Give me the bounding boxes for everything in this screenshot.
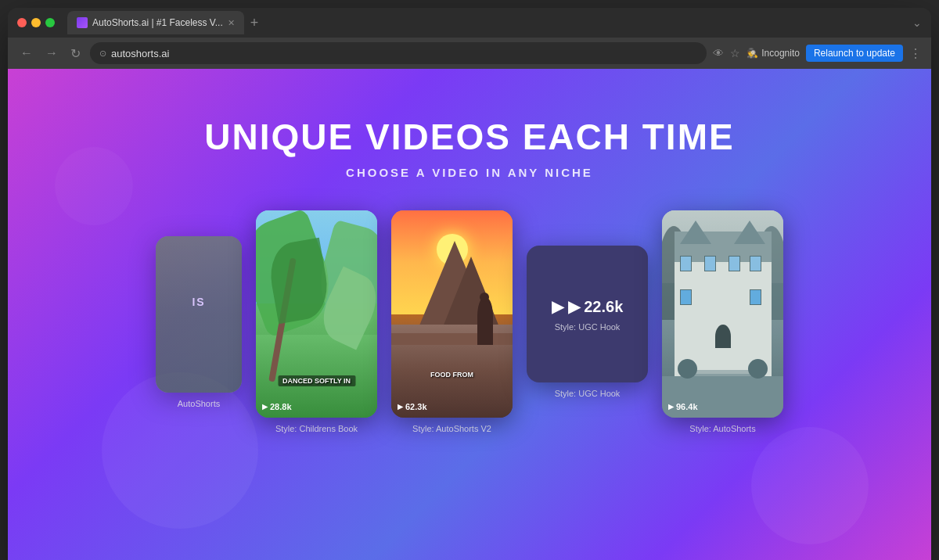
traffic-lights	[17, 18, 55, 27]
play-icon-5: ▶	[668, 403, 674, 411]
card2-stats: ▶ 28.8k	[262, 402, 292, 411]
card5-style-label: Style: AutoShorts	[689, 424, 755, 433]
hero-title: UNIQUE VIDEOS EACH TIME	[204, 116, 734, 158]
card-wrapper-2: DANCED SOFTLY IN ▶ 28.8k Style: Children…	[256, 210, 377, 433]
eye-off-icon[interactable]: 👁	[713, 47, 724, 59]
hero-subtitle: CHOOSE A VIDEO IN ANY NICHE	[204, 166, 734, 179]
incognito-icon: 🕵	[747, 48, 758, 59]
card5-stats: ▶ 96.4k	[668, 402, 698, 411]
video-card-3[interactable]: FOOD FROM ▶ 62.3k	[391, 210, 513, 418]
card3-caption: FOOD FROM	[430, 371, 473, 379]
browser-titlebar: AutoShorts.ai | #1 Faceless V... ✕ + ⌄	[8, 8, 931, 38]
ugc-style-inner: Style: UGC Hook	[555, 322, 621, 332]
play-icon-2: ▶	[262, 403, 268, 411]
maximize-button[interactable]	[45, 18, 55, 27]
play-icon-3: ▶	[398, 403, 403, 411]
ugc-play-icon: ▶	[552, 297, 563, 316]
browser-window: AutoShorts.ai | #1 Faceless V... ✕ + ⌄ ←…	[8, 8, 931, 560]
url-display: autoshorts.ai	[111, 48, 169, 59]
bookmark-icon[interactable]: ☆	[730, 47, 740, 59]
window-more-icon[interactable]: ⌄	[912, 16, 922, 29]
page-content: UNIQUE VIDEOS EACH TIME CHOOSE A VIDEO I…	[8, 69, 931, 560]
deco-circle-1	[102, 372, 258, 529]
card-wrapper-1: IS AutoShorts	[156, 236, 242, 408]
tab-title: AutoShorts.ai | #1 Faceless V...	[92, 17, 223, 28]
card5-views: 96.4k	[676, 402, 698, 411]
address-bar[interactable]: ⊙ autoshorts.ai	[90, 42, 707, 64]
video-card-2[interactable]: DANCED SOFTLY IN ▶ 28.8k	[256, 210, 377, 418]
incognito-badge: 🕵 Incognito	[747, 48, 800, 59]
card2-style-label: Style: Childrens Book	[275, 424, 358, 433]
hero-heading: UNIQUE VIDEOS EACH TIME CHOOSE A VIDEO I…	[204, 116, 734, 179]
ugc-views: ▶ 22.6k	[568, 297, 624, 316]
new-tab-button[interactable]: +	[247, 15, 262, 31]
close-button[interactable]	[17, 18, 27, 27]
tab-close-icon[interactable]: ✕	[228, 18, 235, 28]
video-card-1[interactable]: IS	[156, 236, 242, 393]
card2-views: 28.8k	[270, 402, 292, 411]
ugc-stats-display: ▶ ▶ 22.6k	[552, 297, 624, 316]
video-card-5[interactable]: ▶ 96.4k	[662, 210, 783, 418]
deco-circle-2	[751, 427, 869, 544]
back-button[interactable]: ←	[17, 45, 36, 62]
card-wrapper-3: FOOD FROM ▶ 62.3k Style: AutoShorts V2	[391, 210, 513, 433]
card3-style-label: Style: AutoShorts V2	[412, 424, 491, 433]
tab-favicon	[77, 17, 88, 28]
deco-circle-3	[55, 147, 133, 225]
card2-caption: DANCED SOFTLY IN	[278, 375, 355, 386]
card4-style-label: Style: UGC Hook	[555, 389, 621, 398]
browser-more-icon[interactable]: ⋮	[909, 46, 922, 61]
lock-icon: ⊙	[99, 48, 106, 59]
card1-text: IS	[192, 296, 205, 308]
card3-views: 62.3k	[405, 402, 427, 411]
card-wrapper-5: ▶ 96.4k Style: AutoShorts	[662, 210, 783, 433]
card3-stats: ▶ 62.3k	[398, 402, 427, 411]
browser-toolbar: ← → ↻ ⊙ autoshorts.ai 👁 ☆ 🕵 Incognito Re…	[8, 38, 931, 69]
active-tab[interactable]: AutoShorts.ai | #1 Faceless V... ✕	[67, 11, 244, 34]
minimize-button[interactable]	[31, 18, 41, 27]
card-wrapper-4: ▶ ▶ 22.6k Style: UGC Hook Style: UGC Hoo…	[527, 246, 648, 398]
forward-button[interactable]: →	[42, 45, 61, 62]
video-card-4[interactable]: ▶ ▶ 22.6k Style: UGC Hook	[527, 246, 648, 382]
incognito-label: Incognito	[761, 48, 800, 59]
relaunch-button[interactable]: Relaunch to update	[806, 45, 903, 62]
tab-bar: AutoShorts.ai | #1 Faceless V... ✕ +	[67, 11, 906, 34]
toolbar-right: 👁 ☆ 🕵 Incognito Relaunch to update ⋮	[713, 45, 922, 62]
refresh-button[interactable]: ↻	[67, 45, 84, 63]
